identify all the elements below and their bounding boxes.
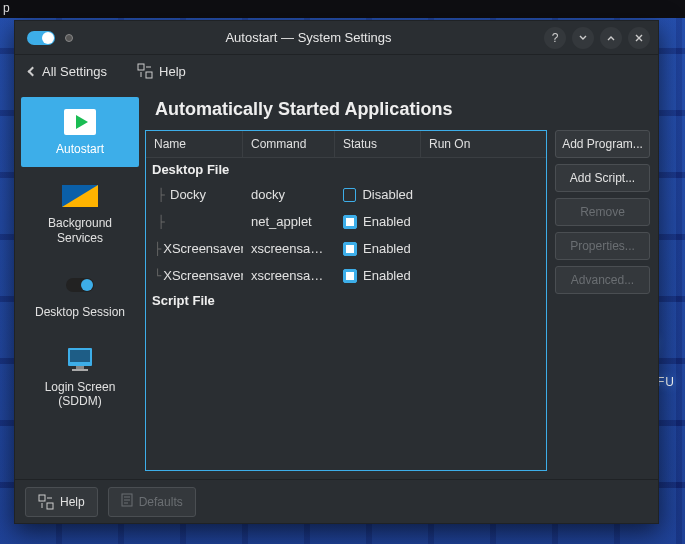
svg-rect-10 xyxy=(70,350,90,362)
svg-rect-13 xyxy=(39,495,45,501)
table-header: Name Command Status Run On xyxy=(146,131,546,158)
main-pane: Automatically Started Applications Name … xyxy=(145,87,658,479)
titlebar-dot xyxy=(65,34,73,42)
page-title: Automatically Started Applications xyxy=(155,99,650,120)
sidebar-item-background-services[interactable]: Background Services xyxy=(21,171,139,256)
background-services-icon xyxy=(60,180,100,212)
help-link[interactable]: Help xyxy=(131,59,192,83)
titlebar: Autostart — System Settings ? xyxy=(15,21,658,55)
maximize-button[interactable] xyxy=(600,27,622,49)
action-buttons: Add Program... Add Script... Remove Prop… xyxy=(555,130,650,471)
sidebar-item-label: Desktop Session xyxy=(35,305,125,319)
tree-line-icon: ├ xyxy=(154,242,161,256)
group-script-file[interactable]: Script File xyxy=(146,289,546,312)
footer-help-label: Help xyxy=(60,495,85,509)
sidebar-item-label: Background Services xyxy=(28,216,132,245)
window-title: Autostart — System Settings xyxy=(73,30,544,45)
settings-window: Autostart — System Settings ? All Settin… xyxy=(14,20,659,524)
row-name: Docky xyxy=(170,187,206,202)
help-label: Help xyxy=(159,64,186,79)
add-script-button[interactable]: Add Script... xyxy=(555,164,650,192)
row-command: xscreensaver ... xyxy=(243,238,335,259)
sidebar: Autostart Background Services Desktop Se… xyxy=(15,87,145,479)
table-row[interactable]: ├XScreensaver xscreensaver ... Enabled xyxy=(146,235,546,262)
help-button[interactable]: ? xyxy=(544,27,566,49)
row-name: XScreensaver xyxy=(163,268,243,283)
row-status: Disabled xyxy=(362,187,413,202)
sidebar-item-label: Login Screen (SDDM) xyxy=(28,380,132,409)
minimize-button[interactable] xyxy=(572,27,594,49)
close-button[interactable] xyxy=(628,27,650,49)
table-body: Desktop File ├Docky docky Disabled ├ net… xyxy=(146,158,546,470)
row-command: docky xyxy=(243,184,335,205)
footer: Help Defaults xyxy=(15,479,658,523)
status-checkbox[interactable] xyxy=(343,242,357,256)
footer-defaults-button[interactable]: Defaults xyxy=(108,487,196,517)
chevron-left-icon xyxy=(28,66,38,76)
footer-defaults-label: Defaults xyxy=(139,495,183,509)
status-checkbox[interactable] xyxy=(343,215,357,229)
row-status: Enabled xyxy=(363,241,411,256)
sidebar-item-autostart[interactable]: Autostart xyxy=(21,97,139,167)
svg-rect-12 xyxy=(72,369,88,371)
tree-line-icon: ├ xyxy=(154,215,168,229)
desktop-session-icon xyxy=(60,269,100,301)
group-desktop-file[interactable]: Desktop File xyxy=(146,158,546,181)
document-icon xyxy=(121,493,133,510)
table-row[interactable]: ├Docky docky Disabled xyxy=(146,181,546,208)
sidebar-item-label: Autostart xyxy=(56,142,104,156)
col-status[interactable]: Status xyxy=(335,131,421,157)
col-runon[interactable]: Run On xyxy=(421,131,546,157)
svg-rect-0 xyxy=(138,64,144,70)
sidebar-item-desktop-session[interactable]: Desktop Session xyxy=(21,260,139,330)
subheader: All Settings Help xyxy=(15,55,658,87)
row-name: XScreensaver xyxy=(163,241,243,256)
tree-line-icon: └ xyxy=(154,269,161,283)
advanced-button[interactable]: Advanced... xyxy=(555,266,650,294)
tree-line-icon: ├ xyxy=(154,188,168,202)
svg-rect-11 xyxy=(76,366,84,369)
table-row[interactable]: ├ net_applet Enabled xyxy=(146,208,546,235)
status-checkbox[interactable] xyxy=(343,188,356,202)
row-status: Enabled xyxy=(363,214,411,229)
help-config-icon xyxy=(38,494,54,510)
login-screen-icon xyxy=(60,344,100,376)
table-row[interactable]: └XScreensaver xscreensaver Enabled xyxy=(146,262,546,289)
autostart-table[interactable]: Name Command Status Run On Desktop File … xyxy=(145,130,547,471)
properties-button[interactable]: Properties... xyxy=(555,232,650,260)
footer-help-button[interactable]: Help xyxy=(25,487,98,517)
row-command: xscreensaver xyxy=(243,265,335,286)
col-name[interactable]: Name xyxy=(146,131,243,157)
help-config-icon xyxy=(137,63,153,79)
row-command: net_applet xyxy=(243,211,335,232)
all-settings-button[interactable]: All Settings xyxy=(23,60,113,83)
sidebar-item-login-screen[interactable]: Login Screen (SDDM) xyxy=(21,335,139,420)
remove-button[interactable]: Remove xyxy=(555,198,650,226)
svg-point-8 xyxy=(81,279,93,291)
global-toggle[interactable] xyxy=(27,31,55,45)
status-checkbox[interactable] xyxy=(343,269,357,283)
svg-rect-1 xyxy=(146,72,152,78)
col-command[interactable]: Command xyxy=(243,131,335,157)
svg-rect-14 xyxy=(47,503,53,509)
autostart-icon xyxy=(60,106,100,138)
add-program-button[interactable]: Add Program... xyxy=(555,130,650,158)
panel-letter: p xyxy=(3,1,10,15)
all-settings-label: All Settings xyxy=(42,64,107,79)
row-status: Enabled xyxy=(363,268,411,283)
